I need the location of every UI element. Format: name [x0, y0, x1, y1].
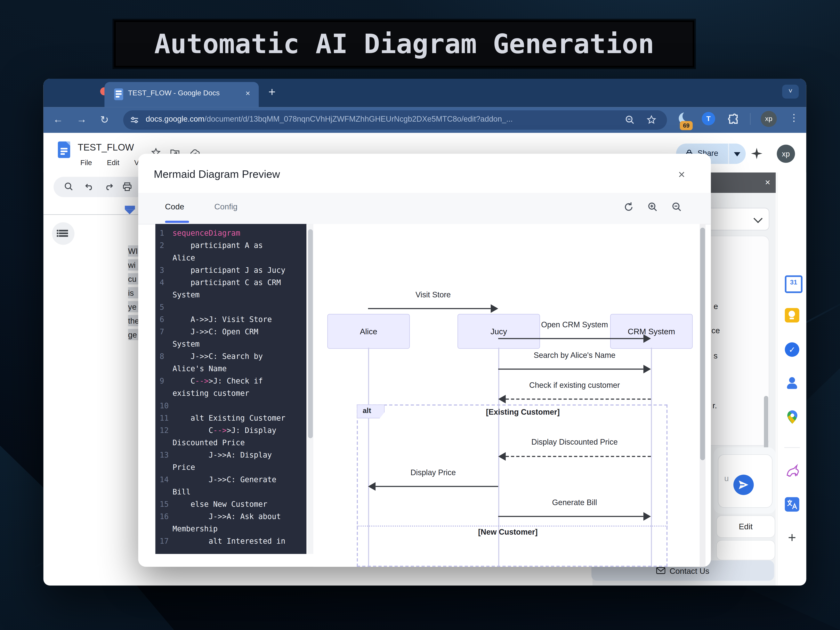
- code-line: 16 J->>A: Ask about: [155, 510, 306, 523]
- translate-icon[interactable]: [785, 497, 799, 512]
- sidebar-text-fragment: s: [714, 351, 718, 360]
- message-arrow-dashed: [506, 456, 651, 457]
- browser-tab[interactable]: TEST_FLOW - Google Docs ×: [104, 82, 259, 107]
- alt-frame-label: alt: [357, 404, 385, 418]
- document-text-fragment: ge: [128, 329, 138, 340]
- code-line: 8 J->>C: Search by: [155, 350, 306, 363]
- message-label: Generate Bill: [498, 498, 651, 507]
- arrowhead: [643, 334, 651, 343]
- modal-close-icon[interactable]: ×: [678, 168, 685, 182]
- participant-crm: CRM System: [610, 314, 693, 349]
- code-line: existing customer: [155, 387, 306, 400]
- redo-icon[interactable]: [103, 182, 114, 192]
- maps-icon[interactable]: [785, 410, 799, 424]
- mermaid-code-editor[interactable]: 1sequenceDiagram2 participant A asAlice3…: [155, 224, 306, 554]
- keep-icon[interactable]: [785, 308, 799, 322]
- contacts-icon[interactable]: [785, 376, 799, 391]
- rail-add-icon[interactable]: +: [785, 529, 799, 546]
- contact-us-label: Contact Us: [669, 566, 709, 575]
- select-chevron-icon: [753, 214, 763, 223]
- url-bar[interactable]: docs.google.com/document/d/13bqMM_078nqn…: [123, 111, 667, 129]
- browser-menu-icon[interactable]: ⋮: [789, 112, 799, 124]
- profile-avatar[interactable]: xp: [761, 111, 777, 127]
- send-button[interactable]: [733, 475, 754, 495]
- code-line: 6 A->>J: Visit Store: [155, 313, 306, 326]
- ruler-indent-marker[interactable]: [125, 206, 135, 209]
- envelope-icon: [656, 567, 665, 575]
- code-line: System: [155, 338, 306, 350]
- message-arrow: [498, 368, 643, 369]
- code-line: System: [155, 289, 306, 301]
- alt-frame: [357, 404, 668, 567]
- undo-icon[interactable]: [85, 182, 95, 192]
- document-outline-button[interactable]: [52, 222, 74, 245]
- zoom-in-icon[interactable]: [647, 201, 658, 213]
- tab-search-chevron-button[interactable]: ˅: [782, 85, 799, 99]
- url-text[interactable]: docs.google.com/document/d/13bqMM_078nqn…: [146, 115, 623, 123]
- code-line: 7 J->>C: Open CRM: [155, 326, 306, 338]
- search-icon[interactable]: [64, 182, 74, 192]
- account-avatar[interactable]: xp: [777, 145, 795, 163]
- document-text-fragment: cu: [128, 273, 138, 284]
- code-line: 4 participant C as CRM: [155, 276, 306, 289]
- code-line: 10: [155, 400, 306, 412]
- url-host: docs.google.com: [146, 115, 204, 123]
- document-text-fragment: WI: [128, 245, 138, 257]
- extensions-puzzle-icon[interactable]: [727, 113, 740, 126]
- gemini-sparkle-icon[interactable]: [751, 147, 763, 159]
- print-icon[interactable]: [122, 182, 133, 192]
- extension-t-icon[interactable]: T: [702, 112, 715, 125]
- unicorn-addon-icon[interactable]: [784, 463, 800, 477]
- zoom-out-icon[interactable]: [671, 201, 682, 213]
- document-text-fragment: ye: [128, 301, 138, 312]
- code-line: 17 alt Interested in: [155, 535, 306, 548]
- new-tab-button[interactable]: +: [268, 85, 276, 99]
- code-line: 3 participant J as Jucy: [155, 264, 306, 276]
- message-arrow: [368, 308, 491, 309]
- bookmark-star-icon[interactable]: [646, 115, 657, 125]
- menu-edit[interactable]: Edit: [107, 158, 119, 167]
- menu-file[interactable]: File: [81, 158, 92, 167]
- message-arrow: [376, 486, 498, 487]
- title-banner: Automatic AI Diagram Generation: [114, 20, 694, 68]
- tab-config[interactable]: Config: [214, 202, 237, 211]
- site-settings-icon[interactable]: [129, 115, 139, 125]
- docs-favicon: [114, 88, 123, 100]
- banner-title: Automatic AI Diagram Generation: [154, 28, 654, 60]
- refresh-icon[interactable]: [623, 201, 634, 213]
- message-label: Display Discounted Price: [498, 437, 651, 446]
- document-text-fragment: the: [128, 315, 138, 326]
- browser-toolbar: ← → ↻ docs.google.com/document/d/13bqMM_…: [43, 107, 806, 133]
- alt-divider: [357, 526, 668, 527]
- code-line: 12 C-->>J: Display: [155, 424, 306, 437]
- calendar-icon[interactable]: 31: [785, 275, 802, 293]
- code-line: 2 participant A as: [155, 240, 306, 252]
- diagram-scrollbar[interactable]: [700, 224, 706, 567]
- code-line: 9 C-->>J: Check if: [155, 375, 306, 387]
- mermaid-preview-modal: Mermaid Diagram Preview × Code Config 1s…: [138, 154, 711, 567]
- zoom-out-page-icon[interactable]: [625, 115, 635, 125]
- arrowhead: [368, 482, 376, 491]
- share-dropdown-icon[interactable]: [734, 152, 741, 156]
- tab-code[interactable]: Code: [165, 202, 184, 211]
- extension-badge: 69: [680, 121, 693, 130]
- sidebar-text-fragment: ce: [711, 326, 720, 335]
- tasks-icon[interactable]: ✓: [785, 342, 799, 357]
- tab-close-icon[interactable]: ×: [245, 88, 250, 98]
- code-line: 11 alt Existing Customer: [155, 412, 306, 424]
- secondary-button[interactable]: [716, 540, 775, 560]
- url-path: /document/d/13bqMM_078nqnCVhHjZWFMZhhGHE…: [204, 115, 513, 123]
- reload-icon[interactable]: ↻: [100, 114, 109, 126]
- document-title[interactable]: TEST_FLOW: [78, 142, 134, 153]
- forward-icon[interactable]: →: [77, 114, 87, 125]
- participant-jucy: Jucy: [458, 314, 540, 349]
- chat-input-text: u: [724, 474, 729, 483]
- code-line: Alice: [155, 252, 306, 264]
- edit-button[interactable]: Edit: [716, 515, 775, 538]
- message-label: Display Price: [368, 468, 498, 477]
- back-icon[interactable]: ←: [53, 114, 63, 125]
- message-arrow-dashed: [506, 399, 651, 400]
- modal-title: Mermaid Diagram Preview: [154, 168, 280, 180]
- sidebar-close-icon[interactable]: ×: [765, 177, 770, 188]
- code-scrollbar[interactable]: [308, 224, 313, 554]
